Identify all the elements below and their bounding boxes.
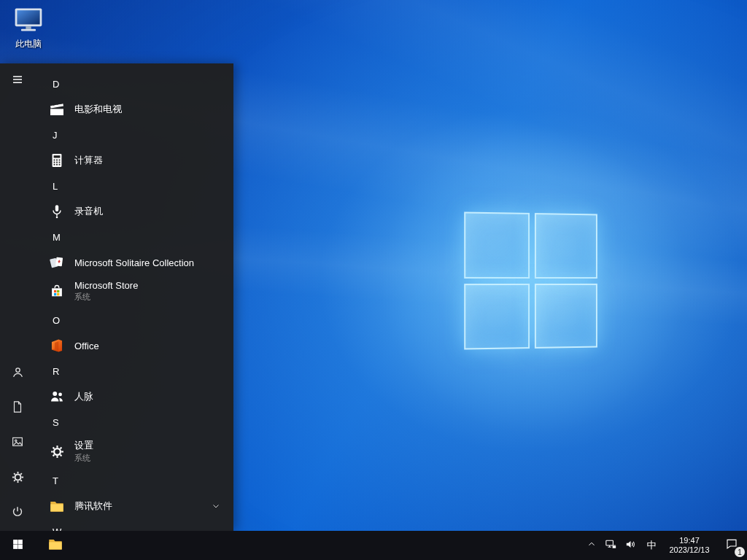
store-icon bbox=[48, 282, 66, 300]
app-label: 计算器 bbox=[74, 154, 103, 167]
desktop-icon-label: 此电脑 bbox=[15, 38, 42, 50]
user-account-button[interactable] bbox=[0, 356, 35, 391]
file-explorer-button[interactable] bbox=[41, 531, 70, 560]
volume-icon bbox=[624, 538, 637, 553]
settings-button[interactable] bbox=[0, 461, 35, 496]
app-label: 设置 bbox=[74, 439, 93, 452]
folder-icon bbox=[47, 536, 63, 555]
pictures-button[interactable] bbox=[0, 426, 35, 461]
section-letter-r[interactable]: R bbox=[35, 358, 233, 384]
section-letter-m[interactable]: M bbox=[35, 224, 233, 250]
volume-button[interactable] bbox=[621, 531, 640, 560]
chevron-down-icon bbox=[212, 502, 220, 510]
app-label: 电影和电视 bbox=[74, 103, 122, 116]
movies-tv-icon bbox=[48, 101, 66, 118]
power-icon bbox=[11, 505, 24, 521]
app-label: Microsoft Solitaire Collection bbox=[74, 257, 194, 268]
hamburger-menu-icon bbox=[11, 73, 24, 89]
app-label: 人脉 bbox=[74, 390, 93, 403]
chevron-up-icon bbox=[587, 539, 597, 552]
app-sublabel: 系统 bbox=[74, 453, 93, 464]
start-menu-rail bbox=[0, 63, 35, 531]
system-tray: 中 19:47 2023/12/13 1 bbox=[582, 531, 747, 560]
clock-date: 2023/12/13 bbox=[669, 545, 709, 555]
start-app-calculator[interactable]: 计算器 bbox=[35, 148, 233, 173]
desktop: 此电脑 bbox=[0, 0, 747, 560]
section-letter-t[interactable]: T bbox=[35, 467, 233, 494]
app-label: 腾讯软件 bbox=[74, 499, 112, 513]
voice-recorder-icon bbox=[48, 203, 66, 220]
section-letter-l[interactable]: L bbox=[35, 173, 233, 199]
start-app-settings[interactable]: 设置 系统 bbox=[35, 435, 233, 467]
start-app-microsoft-store[interactable]: Microsoft Store 系统 bbox=[35, 275, 233, 307]
notification-badge: 1 bbox=[735, 547, 745, 557]
taskbar: 中 19:47 2023/12/13 1 bbox=[0, 531, 747, 560]
start-app-office[interactable]: Office bbox=[35, 333, 233, 358]
app-sublabel: 系统 bbox=[74, 292, 138, 303]
app-label: 录音机 bbox=[74, 205, 103, 218]
start-button[interactable] bbox=[0, 531, 35, 560]
power-button[interactable] bbox=[0, 496, 35, 531]
pictures-icon bbox=[11, 435, 24, 451]
calculator-icon bbox=[48, 152, 66, 169]
settings-gear-icon bbox=[11, 470, 25, 487]
start-menu: D 电影和电视 J bbox=[0, 63, 233, 531]
network-button[interactable] bbox=[601, 531, 621, 560]
start-menu-app-list: D 电影和电视 J bbox=[35, 63, 233, 531]
section-letter-w[interactable]: W bbox=[35, 518, 233, 531]
office-icon bbox=[48, 337, 66, 354]
taskbar-clock[interactable]: 19:47 2023/12/13 bbox=[662, 531, 716, 560]
app-label: Office bbox=[74, 341, 99, 351]
solitaire-icon bbox=[48, 254, 66, 271]
settings-gear-icon bbox=[48, 443, 66, 460]
documents-button[interactable] bbox=[0, 391, 35, 426]
section-letter-d[interactable]: D bbox=[35, 71, 233, 97]
start-folder-tencent[interactable]: 腾讯软件 bbox=[35, 494, 233, 518]
desktop-icon-this-pc[interactable]: 此电脑 bbox=[4, 6, 53, 50]
folder-icon bbox=[48, 497, 66, 515]
start-app-movies-tv[interactable]: 电影和电视 bbox=[35, 97, 233, 122]
hamburger-menu-button[interactable] bbox=[0, 63, 35, 98]
user-account-icon bbox=[11, 365, 25, 382]
windows-start-icon bbox=[12, 538, 24, 553]
tray-overflow-button[interactable] bbox=[582, 531, 601, 560]
ime-indicator[interactable]: 中 bbox=[640, 531, 662, 560]
people-icon bbox=[48, 388, 66, 405]
start-app-solitaire[interactable]: Microsoft Solitaire Collection bbox=[35, 250, 233, 275]
clock-time: 19:47 bbox=[679, 536, 700, 545]
app-label: Microsoft Store bbox=[74, 280, 138, 291]
documents-icon bbox=[11, 400, 24, 416]
section-letter-s[interactable]: S bbox=[35, 409, 233, 435]
section-letter-o[interactable]: O bbox=[35, 307, 233, 333]
this-pc-icon bbox=[12, 6, 44, 36]
start-app-people[interactable]: 人脉 bbox=[35, 384, 233, 409]
network-icon bbox=[605, 538, 617, 553]
start-app-voice-recorder[interactable]: 录音机 bbox=[35, 199, 233, 224]
section-letter-j[interactable]: J bbox=[35, 122, 233, 148]
action-center-button[interactable]: 1 bbox=[716, 531, 747, 560]
